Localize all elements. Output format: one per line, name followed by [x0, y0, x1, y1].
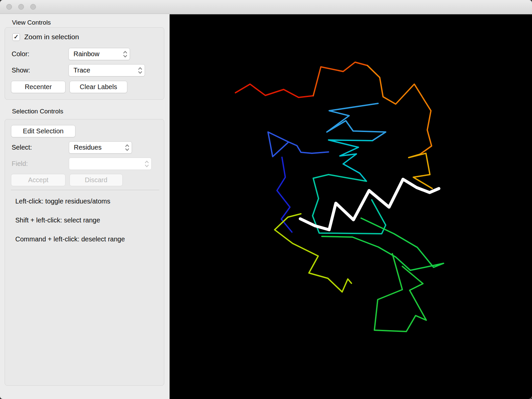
- trace-segment-cyan: [329, 140, 372, 181]
- show-dropdown-value: Trace: [73, 66, 90, 74]
- chevron-updown-icon: [144, 160, 149, 168]
- titlebar: [0, 0, 532, 14]
- edit-selection-button[interactable]: Edit Selection: [11, 125, 75, 137]
- traffic-lights: [6, 4, 42, 10]
- select-dropdown-value: Residues: [74, 144, 101, 151]
- chevron-updown-icon: [138, 66, 143, 74]
- recenter-button[interactable]: Recenter: [11, 81, 66, 93]
- close-button[interactable]: [6, 4, 12, 10]
- select-dropdown[interactable]: Residues: [69, 141, 132, 154]
- trace-segment-orange-red: [313, 62, 367, 96]
- selection-controls-heading: Selection Controls: [12, 108, 63, 115]
- color-dropdown[interactable]: Rainbow: [68, 48, 130, 60]
- checkmark-icon: ✓: [14, 34, 19, 40]
- view-controls-group: ✓ Zoom in selection Color: Rainbow Show:…: [5, 27, 164, 100]
- select-label: Select:: [12, 144, 32, 151]
- accept-button[interactable]: Accept: [11, 174, 66, 186]
- field-dropdown[interactable]: [69, 158, 152, 170]
- app-window: View Controls ✓ Zoom in selection Color:…: [0, 0, 532, 399]
- help-shift-click: Shift + left-click: select range: [15, 216, 100, 224]
- checkbox-label: Zoom in selection: [24, 33, 79, 41]
- control-sidebar: View Controls ✓ Zoom in selection Color:…: [0, 14, 170, 399]
- help-left-click: Left-click: toggle residues/atoms: [15, 198, 110, 205]
- trace-segment-green: [374, 254, 426, 332]
- chevron-updown-icon: [123, 50, 128, 58]
- divider: [11, 190, 159, 190]
- zoom-in-selection-checkbox[interactable]: ✓ Zoom in selection: [12, 33, 79, 41]
- minimize-button[interactable]: [18, 4, 24, 10]
- show-label: Show:: [12, 66, 30, 74]
- trace-segment-orange: [367, 66, 432, 154]
- help-command-click: Command + left-click: deselect range: [15, 235, 125, 243]
- selection-controls-group: Edit Selection Select: Residues Field:: [5, 119, 164, 386]
- trace-segment-blue: [268, 132, 329, 157]
- show-dropdown[interactable]: Trace: [68, 64, 145, 76]
- field-label: Field:: [12, 160, 28, 168]
- protein-trace-svg: [170, 14, 532, 399]
- checkbox-box[interactable]: ✓: [12, 33, 20, 41]
- color-dropdown-value: Rainbow: [73, 50, 99, 58]
- zoom-button[interactable]: [30, 4, 36, 10]
- color-label: Color:: [12, 50, 29, 58]
- trace-segment-spring-green: [322, 218, 444, 270]
- clear-labels-button[interactable]: Clear Labels: [69, 81, 127, 93]
- trace-segment-red: [235, 84, 313, 97]
- discard-button[interactable]: Discard: [69, 174, 123, 186]
- chevron-updown-icon: [125, 144, 130, 151]
- trace-segment-light-blue: [327, 103, 386, 141]
- viewport-canvas[interactable]: [170, 14, 532, 399]
- view-controls-heading: View Controls: [12, 19, 51, 26]
